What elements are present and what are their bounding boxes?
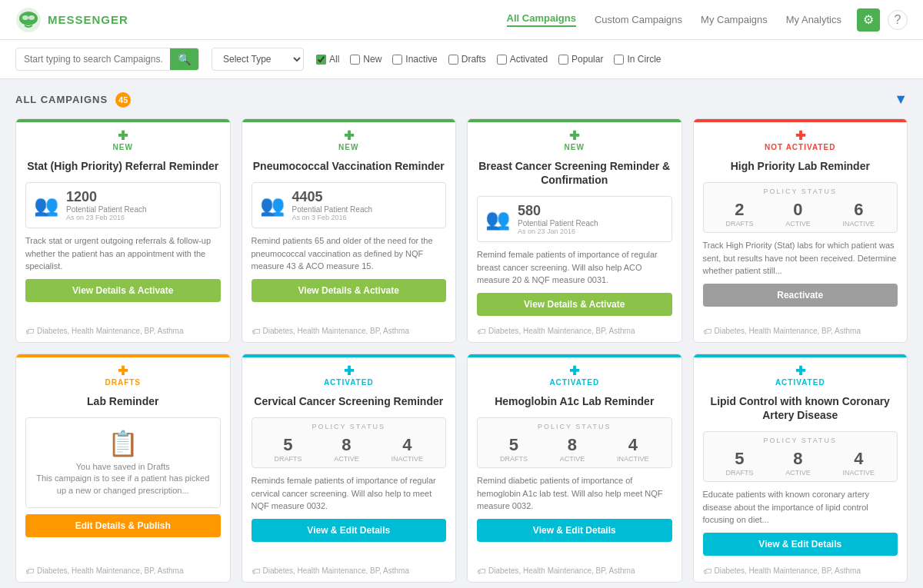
reach-date: As on 23 Jan 2016: [518, 228, 598, 235]
card-action-button[interactable]: View & Edit Details: [703, 533, 898, 556]
filter-all[interactable]: All: [316, 54, 339, 65]
svg-point-2: [22, 15, 28, 20]
policy-status-label: POLICY STATUS: [484, 423, 665, 430]
patients-icon: 👥: [485, 208, 510, 231]
main-content: ALL CAMPAIGNS 45 ▼ ✚ NEW Stat (High Prio…: [0, 79, 923, 588]
draft-icon: 📋: [108, 429, 138, 458]
active-stat: 8 Active: [334, 435, 359, 463]
card-title: High Priority Lab Reminder: [694, 156, 908, 178]
drafts-stat: 2 Drafts: [725, 200, 753, 228]
card-status: ACTIVATED: [252, 378, 447, 387]
status-plus-icon: ✚: [703, 128, 898, 143]
nav-custom-campaigns[interactable]: Custom Campaigns: [595, 14, 682, 25]
card-action-button[interactable]: View & Edit Details: [477, 519, 672, 542]
tags-text: Diabetes, Health Maintenance, BP, Asthma: [37, 566, 183, 575]
filter-drafts[interactable]: Drafts: [448, 54, 486, 65]
policy-status-label: POLICY STATUS: [258, 423, 440, 430]
filter-in-circle[interactable]: In Circle: [614, 54, 661, 65]
active-label: Active: [785, 469, 811, 477]
card-action-button[interactable]: View & Edit Details: [252, 519, 447, 542]
card-action-button[interactable]: Edit Details & Publish: [25, 514, 221, 537]
policy-stats: 5 Drafts 8 Active 4 Inactive: [258, 435, 440, 463]
card-body: POLICY STATUS 2 Drafts 0 Active 6 Inacti…: [694, 178, 908, 327]
active-stat: 8 Active: [560, 435, 585, 463]
card-action-button[interactable]: View Details & Activate: [252, 279, 447, 302]
policy-status-label: POLICY STATUS: [710, 188, 891, 195]
filter-new[interactable]: New: [350, 54, 382, 65]
patients-icon: 👥: [260, 194, 285, 218]
logo-icon: [15, 7, 42, 33]
card-description: Track High Priority (Stat) labs for whic…: [703, 239, 898, 277]
tag-icon: 🏷: [477, 566, 485, 576]
policy-status-label: POLICY STATUS: [710, 437, 891, 444]
card-card7: ✚ ACTIVATED Hemoglobin A1c Lab Reminder …: [467, 354, 682, 583]
card-header: ✚ ACTIVATED: [694, 357, 908, 391]
policy-box: POLICY STATUS 5 Drafts 8 Active 4 Inacti…: [703, 431, 898, 482]
help-button[interactable]: ?: [888, 10, 908, 30]
status-plus-icon: ✚: [477, 128, 672, 143]
drafts-stat: 5 Drafts: [500, 435, 528, 463]
inactive-stat: 4 Inactive: [392, 435, 424, 463]
draft-text: You have saved in DraftsThis campaign is…: [34, 461, 212, 497]
card-status: ACTIVATED: [477, 378, 672, 387]
card-title: Lab Reminder: [16, 391, 230, 413]
card-body: POLICY STATUS 5 Drafts 8 Active 4 Inacti…: [242, 413, 456, 566]
policy-box: POLICY STATUS 5 Drafts 8 Active 4 Inacti…: [252, 417, 447, 468]
card-body: 👥 4405 Potential Patient Reach As on 3 F…: [242, 178, 456, 327]
inactive-stat: 4 Inactive: [843, 449, 875, 477]
type-select[interactable]: Select Type: [212, 48, 304, 71]
settings-button[interactable]: ⚙: [857, 8, 880, 32]
filter-popular[interactable]: Popular: [558, 54, 603, 65]
active-count: 0: [785, 200, 811, 220]
draft-box: 📋 You have saved in DraftsThis campaign …: [25, 417, 221, 508]
tags-text: Diabetes, Health Maintenance, BP, Asthma: [488, 566, 635, 575]
search-input[interactable]: [16, 49, 170, 69]
status-plus-icon: ✚: [703, 364, 898, 378]
drafts-label: Drafts: [725, 220, 753, 228]
drafts-count: 5: [725, 449, 753, 469]
card-description: Remind female patients of importance of …: [477, 248, 672, 287]
card-title: Pneumococcal Vaccination Reminder: [242, 156, 456, 178]
filter-inactive[interactable]: Inactive: [392, 54, 437, 65]
card-title: Hemoglobin A1c Lab Reminder: [468, 391, 681, 413]
card-status: NEW: [477, 143, 672, 151]
filter-checks: All New Inactive Drafts Activated Popula…: [316, 54, 661, 65]
drafts-stat: 5 Drafts: [274, 435, 302, 463]
patients-icon: 👥: [34, 194, 58, 218]
policy-box: POLICY STATUS 2 Drafts 0 Active 6 Inacti…: [703, 182, 898, 233]
card-action-button[interactable]: Reactivate: [703, 284, 898, 307]
drafts-count: 5: [500, 435, 528, 455]
search-button[interactable]: 🔍: [170, 48, 198, 70]
inactive-label: Inactive: [617, 455, 649, 463]
status-plus-icon: ✚: [25, 364, 221, 378]
filter-funnel-icon[interactable]: ▼: [894, 91, 908, 108]
card-title: Breast Cancer Screening Reminder & Confi…: [468, 156, 681, 191]
active-stat: 0 Active: [785, 200, 811, 228]
header-icons: ⚙ ?: [857, 8, 908, 32]
card-status: NOT ACTIVATED: [703, 143, 898, 151]
active-count: 8: [785, 449, 811, 469]
inactive-count: 4: [392, 435, 424, 455]
filter-activated[interactable]: Activated: [497, 54, 548, 65]
card-header: ✚ NEW: [242, 122, 456, 156]
nav-all-campaigns[interactable]: All Campaigns: [507, 12, 576, 27]
nav-my-campaigns[interactable]: My Campaigns: [701, 14, 768, 25]
status-plus-icon: ✚: [252, 128, 447, 143]
logo-text: MESSENGER: [48, 13, 128, 26]
card-tags: 🏷 Diabetes, Health Maintenance, BP, Asth…: [242, 566, 456, 582]
search-wrap: 🔍: [15, 48, 199, 71]
card-description: Educate patients with known coronary art…: [703, 488, 898, 527]
card-card3: ✚ NEW Breast Cancer Screening Reminder &…: [467, 118, 682, 343]
campaigns-count-badge: 45: [115, 92, 131, 108]
card-body: 👥 580 Potential Patient Reach As on 23 J…: [468, 191, 681, 327]
card-action-button[interactable]: View Details & Activate: [25, 279, 221, 302]
nav-my-analytics[interactable]: My Analytics: [786, 14, 841, 25]
card-tags: 🏷 Diabetes, Health Maintenance, BP, Asth…: [694, 566, 908, 582]
tags-text: Diabetes, Health Maintenance, BP, Asthma: [488, 327, 635, 335]
card-action-button[interactable]: View Details & Activate: [477, 293, 672, 316]
drafts-count: 2: [725, 200, 753, 220]
policy-stats: 5 Drafts 8 Active 4 Inactive: [710, 449, 891, 477]
tag-icon: 🏷: [252, 566, 260, 576]
card-card8: ✚ ACTIVATED Lipid Control with known Cor…: [693, 354, 908, 583]
drafts-label: Drafts: [274, 455, 302, 463]
